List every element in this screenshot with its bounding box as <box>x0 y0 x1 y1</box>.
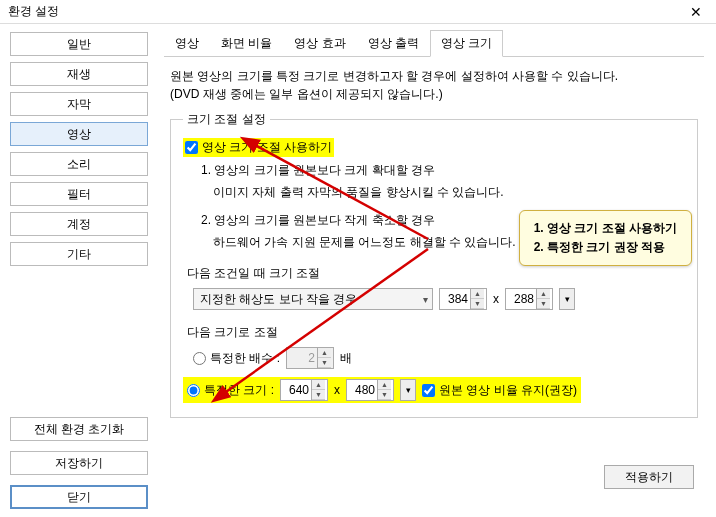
enable-resize-label: 영상 크기 조절 사용하기 <box>202 139 332 156</box>
sidebar: 일반 재생 자막 영상 소리 필터 계정 기타 전체 환경 초기화 저장하기 닫… <box>0 24 158 517</box>
cond-preset-dropdown[interactable]: ▾ <box>559 288 575 310</box>
sidebar-item-account[interactable]: 계정 <box>10 212 148 236</box>
description: 원본 영상의 크기를 특정 크기로 변경하고자 할 경우에 설정하여 사용할 수… <box>170 67 698 103</box>
fixed-height-input[interactable] <box>347 383 377 397</box>
fixed-preset-dropdown[interactable]: ▾ <box>400 379 416 401</box>
tab-video[interactable]: 영상 <box>164 30 210 57</box>
enable-resize-input[interactable] <box>185 141 198 154</box>
group-legend: 크기 조절 설정 <box>183 111 270 128</box>
tab-output[interactable]: 영상 출력 <box>357 30 430 57</box>
x-label: x <box>493 292 499 306</box>
fixed-height-spinner[interactable]: ▲▼ <box>346 379 394 401</box>
multiplier-unit: 배 <box>340 350 352 367</box>
condition-select-value: 지정한 해상도 보다 작을 경우 <box>200 291 357 308</box>
target-size-label: 다음 크기로 조절 <box>187 324 685 341</box>
condition-label: 다음 조건일 때 크기 조절 <box>187 265 685 282</box>
up-icon: ▲ <box>318 348 331 358</box>
tab-size[interactable]: 영상 크기 <box>430 30 503 57</box>
apply-button[interactable]: 적용하기 <box>604 465 694 489</box>
sidebar-item-etc[interactable]: 기타 <box>10 242 148 266</box>
callout-line-2: 2. 특정한 크기 권장 적용 <box>534 238 677 257</box>
condition-select[interactable]: 지정한 해상도 보다 작을 경우 ▾ <box>193 288 433 310</box>
close-icon[interactable]: ✕ <box>684 0 708 24</box>
fixed-size-radio[interactable]: 특정한 크기 : <box>187 382 274 399</box>
multiplier-label: 특정한 배수 : <box>210 350 280 367</box>
annotation-callout: 1. 영상 크기 조절 사용하기 2. 특정한 크기 권장 적용 <box>519 210 692 266</box>
sidebar-item-subtitle[interactable]: 자막 <box>10 92 148 116</box>
save-button[interactable]: 저장하기 <box>10 451 148 475</box>
down-icon[interactable]: ▼ <box>537 299 550 309</box>
sidebar-item-playback[interactable]: 재생 <box>10 62 148 86</box>
fixed-size-radio-input[interactable] <box>187 384 200 397</box>
keep-ratio-checkbox[interactable]: 원본 영상 비율 유지(권장) <box>422 382 577 399</box>
callout-line-1: 1. 영상 크기 조절 사용하기 <box>534 219 677 238</box>
close-button[interactable]: 닫기 <box>10 485 148 509</box>
x-label-2: x <box>334 383 340 397</box>
multiplier-spinner: ▲▼ <box>286 347 334 369</box>
sidebar-item-general[interactable]: 일반 <box>10 32 148 56</box>
down-icon[interactable]: ▼ <box>312 390 325 400</box>
multiplier-input <box>287 351 317 365</box>
fixed-width-spinner[interactable]: ▲▼ <box>280 379 328 401</box>
down-icon[interactable]: ▼ <box>471 299 484 309</box>
keep-ratio-label: 원본 영상 비율 유지(권장) <box>439 382 577 399</box>
reset-all-button[interactable]: 전체 환경 초기화 <box>10 417 148 441</box>
down-icon[interactable]: ▼ <box>378 390 391 400</box>
case1-desc: 이미지 자체 출력 자막의 품질을 향상시킬 수 있습니다. <box>213 183 685 201</box>
down-icon: ▼ <box>318 358 331 368</box>
sidebar-item-video[interactable]: 영상 <box>10 122 148 146</box>
tab-effect[interactable]: 영상 효과 <box>283 30 356 57</box>
chevron-down-icon: ▾ <box>423 294 428 305</box>
titlebar: 환경 설정 ✕ <box>0 0 716 24</box>
cond-width-input[interactable] <box>440 292 470 306</box>
sidebar-item-filter[interactable]: 필터 <box>10 182 148 206</box>
up-icon[interactable]: ▲ <box>471 289 484 299</box>
cond-height-spinner[interactable]: ▲▼ <box>505 288 553 310</box>
desc-line-2: (DVD 재생 중에는 일부 옵션이 제공되지 않습니다.) <box>170 85 698 103</box>
up-icon[interactable]: ▲ <box>312 380 325 390</box>
up-icon[interactable]: ▲ <box>378 380 391 390</box>
cond-height-input[interactable] <box>506 292 536 306</box>
fixed-width-input[interactable] <box>281 383 311 397</box>
tabs: 영상 화면 비율 영상 효과 영상 출력 영상 크기 <box>164 30 704 57</box>
cond-width-spinner[interactable]: ▲▼ <box>439 288 487 310</box>
enable-resize-checkbox[interactable]: 영상 크기 조절 사용하기 <box>183 138 334 157</box>
keep-ratio-input[interactable] <box>422 384 435 397</box>
desc-line-1: 원본 영상의 크기를 특정 크기로 변경하고자 할 경우에 설정하여 사용할 수… <box>170 67 698 85</box>
fixed-size-label: 특정한 크기 : <box>204 382 274 399</box>
window-title: 환경 설정 <box>8 3 684 20</box>
case1-title: 1. 영상의 크기를 원본보다 크게 확대할 경우 <box>201 161 685 179</box>
multiplier-radio-input[interactable] <box>193 352 206 365</box>
main-panel: 영상 화면 비율 영상 효과 영상 출력 영상 크기 원본 영상의 크기를 특정… <box>158 24 716 517</box>
tab-aspect[interactable]: 화면 비율 <box>210 30 283 57</box>
multiplier-radio[interactable]: 특정한 배수 : <box>193 350 280 367</box>
up-icon[interactable]: ▲ <box>537 289 550 299</box>
sidebar-item-audio[interactable]: 소리 <box>10 152 148 176</box>
